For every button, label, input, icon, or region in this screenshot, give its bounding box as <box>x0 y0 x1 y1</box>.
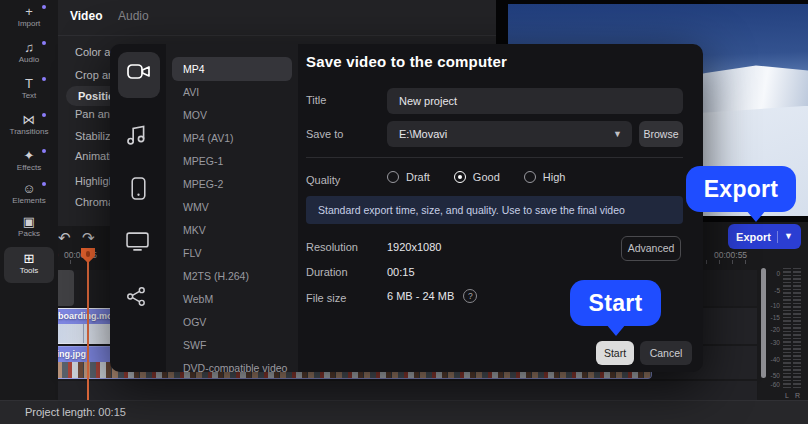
share-icon[interactable] <box>126 286 150 310</box>
meter-scale-label: -40 <box>771 356 780 363</box>
transitions-icon: ⋈ <box>4 112 54 127</box>
format-option-m2ts[interactable]: M2TS (H.264) <box>166 265 298 288</box>
ruler-tick <box>70 260 71 264</box>
format-option-avi[interactable]: AVI <box>166 81 298 104</box>
sidebar-item-import[interactable]: + Import <box>4 4 54 34</box>
format-option-mpeg2[interactable]: MPEG-2 <box>166 173 298 196</box>
meter-scale-label: -5 <box>774 287 780 294</box>
start-button[interactable]: Start <box>596 341 634 365</box>
format-option-mp4[interactable]: MP4 <box>172 57 292 81</box>
title-field-label: Title <box>306 94 326 106</box>
sidebar-item-transitions[interactable]: ⋈ Transitions <box>4 112 54 142</box>
radio-good-selected[interactable]: Good <box>454 171 500 183</box>
save-to-select[interactable]: E:\Movavi ▼ <box>387 121 632 147</box>
sidebar-item-elements[interactable]: ☺ Elements <box>4 181 54 211</box>
premium-dot <box>42 113 46 117</box>
meter-scale-label: -20 <box>771 326 780 333</box>
divider <box>306 157 683 158</box>
export-button[interactable]: Export ▼ <box>728 224 801 249</box>
file-size-label: File size <box>306 292 346 304</box>
format-list: MP4 AVI MOV MP4 (AV1) MPEG-1 MPEG-2 WMV … <box>166 44 298 372</box>
resolution-value: 1920x1080 <box>387 241 441 253</box>
redo-icon[interactable]: ↷ <box>82 230 95 245</box>
meter-channel-label: L <box>785 392 789 399</box>
help-icon[interactable]: ? <box>463 289 477 303</box>
dialog-title: Save video to the computer <box>306 53 507 70</box>
meter-scale-label: -60 <box>771 381 780 388</box>
track-row-empty <box>0 381 757 400</box>
elements-icon: ☺ <box>4 181 54 196</box>
tab-audio[interactable]: Audio <box>118 9 149 23</box>
sidebar-item-text[interactable]: T Text <box>4 76 54 106</box>
title-input[interactable]: New project <box>387 88 683 114</box>
tools-icon: ⊞ <box>4 247 54 266</box>
chevron-down-icon[interactable]: ▼ <box>784 232 793 241</box>
quality-options: Draft Good High <box>387 171 565 183</box>
effects-icon: ✦ <box>4 148 54 163</box>
sidebar-item-tools[interactable]: ⊞ Tools <box>4 247 54 283</box>
dialog-category-rail <box>110 44 166 372</box>
premium-dot <box>42 149 46 153</box>
premium-dot <box>42 182 46 186</box>
meter-scale-label: -30 <box>771 339 780 346</box>
ruler-tick <box>719 260 720 264</box>
format-option-mp4-av1[interactable]: MP4 (AV1) <box>166 127 298 150</box>
meter-scale-label: 0 <box>776 270 780 277</box>
format-option-ogv[interactable]: OGV <box>166 311 298 334</box>
callout-tail <box>746 210 766 222</box>
duration-label: Duration <box>306 266 348 278</box>
project-length-label: Project length: 00:15 <box>25 406 126 418</box>
ruler-tick <box>745 260 746 264</box>
meter-bar-right <box>793 268 801 389</box>
start-callout: Start <box>570 280 661 326</box>
cancel-button[interactable]: Cancel <box>640 341 692 365</box>
quality-info-banner: Standard export time, size, and quality.… <box>306 196 683 224</box>
radio-draft[interactable]: Draft <box>387 171 430 183</box>
sidebar-item-packs[interactable]: ▣ Packs <box>4 214 54 244</box>
format-option-webm[interactable]: WebM <box>166 288 298 311</box>
meter-scale-label: -15 <box>771 314 780 321</box>
tab-video[interactable]: Video <box>70 9 102 23</box>
radio-circle-selected <box>454 171 466 183</box>
tv-icon[interactable] <box>126 232 150 256</box>
audio-icon: ♫ <box>4 40 54 55</box>
meter-scale-label: -10 <box>771 302 780 309</box>
app-window: ↶ ↷ 00:00:00 00:00:05 00:00:55 ↻ <box>0 0 808 424</box>
radio-circle <box>387 171 399 183</box>
meter-bar-left <box>783 268 791 389</box>
playhead-marker[interactable] <box>81 248 95 263</box>
format-option-flv[interactable]: FLV <box>166 242 298 265</box>
save-to-label: Save to <box>306 128 343 140</box>
format-option-mov[interactable]: MOV <box>166 104 298 127</box>
sidebar-item-audio[interactable]: ♫ Audio <box>4 40 54 70</box>
format-option-swf[interactable]: SWF <box>166 334 298 357</box>
video-camera-icon[interactable] <box>127 63 151 87</box>
text-icon: T <box>4 76 54 91</box>
ruler-tick <box>706 260 707 264</box>
import-icon: + <box>4 4 54 19</box>
sidebar-item-effects[interactable]: ✦ Effects <box>4 148 54 178</box>
save-to-value: E:\Movavi <box>387 121 632 147</box>
ruler-end-label: 00:00:55 <box>714 250 747 260</box>
music-note-icon[interactable] <box>126 124 150 148</box>
mobile-device-icon[interactable] <box>131 177 155 201</box>
meter-channel-label: R <box>795 392 800 399</box>
format-option-dvd[interactable]: DVD-compatible video <box>166 357 298 372</box>
audio-level-meter: 0 -5 -10 -15 -20 -30 -40 -50 -60 L R <box>766 266 808 400</box>
browse-button[interactable]: Browse <box>639 121 683 147</box>
export-button-label: Export <box>736 231 771 243</box>
packs-icon: ▣ <box>4 214 54 229</box>
chevron-down-icon: ▼ <box>613 121 622 147</box>
radio-high[interactable]: High <box>524 171 566 183</box>
format-option-mkv[interactable]: MKV <box>166 219 298 242</box>
playhead-line <box>87 249 89 400</box>
quality-label: Quality <box>306 174 340 186</box>
premium-dot <box>42 77 46 81</box>
format-option-wmv[interactable]: WMV <box>166 196 298 219</box>
undo-icon[interactable]: ↶ <box>58 230 71 245</box>
advanced-button[interactable]: Advanced <box>621 236 681 261</box>
divider <box>58 35 496 36</box>
duration-value: 00:15 <box>387 266 415 278</box>
premium-dot <box>42 41 46 45</box>
format-option-mpeg1[interactable]: MPEG-1 <box>166 150 298 173</box>
